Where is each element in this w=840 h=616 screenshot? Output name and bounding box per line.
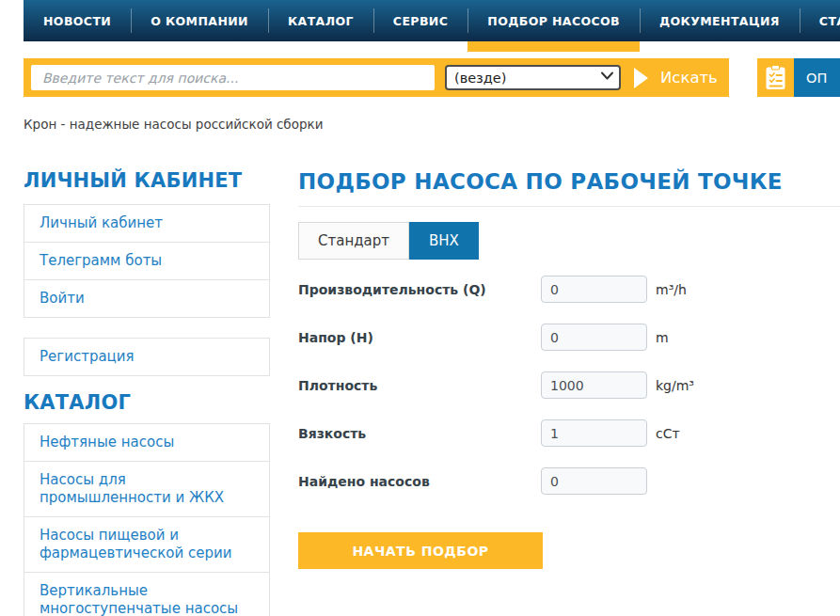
- viscosity-input[interactable]: [541, 419, 647, 447]
- form-row-pumps-found: Найдено насосов: [298, 467, 840, 495]
- main-content: ПОДБОР НАСОСА ПО РАБОЧЕЙ ТОЧКЕ Стандарт …: [298, 169, 840, 569]
- sidebar-item-login[interactable]: Войти: [24, 280, 269, 318]
- order-list-banner[interactable]: ОП: [794, 58, 840, 97]
- search-button-label: Искать: [660, 69, 718, 87]
- title-divider: [298, 206, 840, 207]
- registration-menu: Регистрация: [24, 338, 270, 376]
- flow-rate-label: Производительность (Q): [298, 282, 541, 297]
- search-arrow-icon: [634, 68, 648, 88]
- start-selection-button[interactable]: НАЧАТЬ ПОДБОР: [298, 532, 543, 569]
- sidebar-account-title: ЛИЧНЫЙ КАБИНЕТ: [24, 169, 270, 193]
- nav-item-catalog[interactable]: КАТАЛОГ: [268, 0, 373, 41]
- nav-item-about[interactable]: О КОМПАНИИ: [131, 0, 268, 41]
- nav-item-label: НОВОСТИ: [43, 14, 111, 28]
- sidebar-item-telegram-bots[interactable]: Телеграмм боты: [24, 243, 269, 280]
- nav-item-label: ПОДБОР НАСОСОВ: [487, 14, 620, 28]
- catalog-menu: Нефтяные насосы Насосы для промышленност…: [24, 423, 270, 616]
- mode-tabs: Стандарт ВНХ: [298, 222, 840, 260]
- nav-item-articles[interactable]: СТАТЬИ: [800, 0, 840, 41]
- sidebar-item-industrial-pumps[interactable]: Насосы для промышленности и ЖКХ: [24, 462, 269, 517]
- nav-item-label: ДОКУМЕНТАЦИЯ: [659, 14, 780, 28]
- viscosity-label: Вязкость: [298, 426, 541, 441]
- nav-item-label: СТАТЬИ: [819, 14, 840, 28]
- form-row-head: Напор (Н) m: [298, 324, 840, 351]
- head-unit: m: [656, 330, 669, 345]
- form-row-density: Плотность kg/m³: [298, 371, 840, 399]
- sidebar-item-food-pharma-pumps[interactable]: Насосы пищевой и фармацевтической серии: [24, 517, 269, 573]
- tab-vnh[interactable]: ВНХ: [409, 222, 479, 260]
- search-scope-select[interactable]: (везде): [445, 65, 621, 90]
- sidebar-catalog-title: КАТАЛОГ: [24, 391, 270, 415]
- pump-selection-form: Производительность (Q) m³/h Напор (Н) m …: [298, 276, 840, 495]
- viscosity-unit: сСт: [656, 426, 680, 441]
- search-input[interactable]: [31, 65, 435, 90]
- search-bar: (везде) Искать: [24, 58, 729, 97]
- sidebar: ЛИЧНЫЙ КАБИНЕТ Личный кабинет Телеграмм …: [24, 169, 270, 616]
- order-list-banner-label: ОП: [806, 71, 827, 86]
- nav-item-documentation[interactable]: ДОКУМЕНТАЦИЯ: [640, 0, 800, 41]
- search-scope-wrapper: (везде): [445, 65, 621, 90]
- active-nav-underline: [468, 41, 640, 52]
- order-list-button[interactable]: [757, 58, 794, 97]
- nav-item-service[interactable]: СЕРВИС: [373, 0, 468, 41]
- sidebar-item-vertical-multistage-pumps[interactable]: Вертикальные многоступенчатые насосы: [24, 573, 269, 616]
- breadcrumb: Крон - надежные насосы российской сборки: [24, 117, 323, 132]
- nav-item-news[interactable]: НОВОСТИ: [24, 0, 131, 41]
- form-row-flow-rate: Производительность (Q) m³/h: [298, 276, 840, 303]
- account-menu: Личный кабинет Телеграмм боты Войти: [24, 204, 270, 318]
- page-title: ПОДБОР НАСОСА ПО РАБОЧЕЙ ТОЧКЕ: [298, 169, 840, 194]
- nav-item-label: СЕРВИС: [393, 14, 448, 28]
- tab-standart[interactable]: Стандарт: [298, 222, 409, 260]
- clipboard-checklist-icon: [765, 65, 786, 90]
- sidebar-item-personal-cabinet[interactable]: Личный кабинет: [24, 205, 269, 243]
- pumps-found-label: Найдено насосов: [298, 474, 541, 489]
- nav-item-label: О КОМПАНИИ: [151, 14, 248, 28]
- sidebar-item-registration[interactable]: Регистрация: [24, 339, 269, 376]
- head-label: Напор (Н): [298, 330, 541, 345]
- search-button[interactable]: Искать: [634, 68, 718, 88]
- top-navigation: НОВОСТИ О КОМПАНИИ КАТАЛОГ СЕРВИС ПОДБОР…: [24, 0, 840, 41]
- flow-rate-input[interactable]: [541, 276, 647, 303]
- sidebar-item-oil-pumps[interactable]: Нефтяные насосы: [24, 424, 269, 462]
- density-label: Плотность: [298, 378, 541, 393]
- nav-item-pump-selection[interactable]: ПОДБОР НАСОСОВ: [468, 0, 640, 41]
- density-unit: kg/m³: [656, 378, 694, 393]
- form-row-viscosity: Вязкость сСт: [298, 419, 840, 447]
- density-input[interactable]: [541, 371, 647, 399]
- pumps-found-input[interactable]: [541, 467, 647, 495]
- nav-item-label: КАТАЛОГ: [288, 14, 354, 28]
- head-input[interactable]: [541, 324, 647, 351]
- flow-rate-unit: m³/h: [656, 282, 687, 297]
